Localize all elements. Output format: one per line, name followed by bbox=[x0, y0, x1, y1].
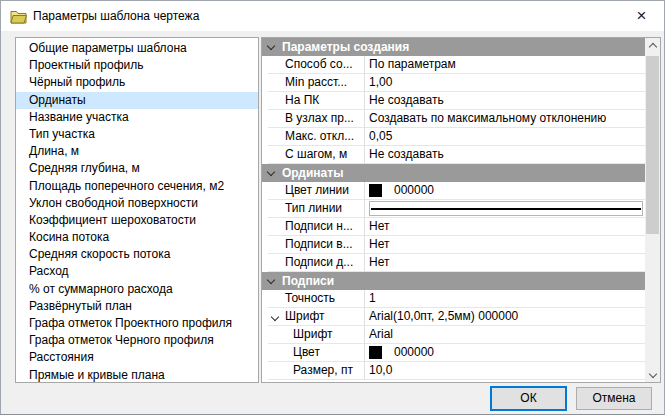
property-label-text: С шагом, м bbox=[285, 147, 347, 161]
property-row: Подписи н...Нет bbox=[262, 218, 645, 236]
property-value-text: 1 bbox=[369, 290, 376, 307]
property-row: Подписи д...Нет bbox=[262, 254, 645, 272]
chevron-down-icon bbox=[267, 42, 275, 50]
property-value-text: Arial(10,0пт, 2,5мм) 000000 bbox=[369, 308, 518, 325]
section-header[interactable]: Ординаты bbox=[262, 164, 645, 182]
property-label-text: Подписи д... bbox=[285, 255, 353, 269]
list-item[interactable]: Прямые и кривые плана bbox=[16, 367, 258, 383]
list-item[interactable]: % от суммарного расхода bbox=[16, 281, 258, 298]
template-list: Общие параметры шаблонаПроектный профиль… bbox=[15, 37, 259, 383]
property-row: Подписи в...Нет bbox=[262, 236, 645, 254]
property-value-text: Не создавать bbox=[369, 92, 444, 109]
list-item[interactable]: Расстояния bbox=[16, 349, 258, 366]
property-label: На ПК bbox=[268, 92, 365, 110]
property-value[interactable]: Нет bbox=[365, 254, 645, 272]
property-value-text: Нет bbox=[369, 254, 389, 271]
property-label: Шрифт bbox=[268, 308, 365, 326]
property-value[interactable]: 0,05 bbox=[365, 128, 645, 146]
linetype-line bbox=[371, 208, 641, 210]
list-item[interactable]: Средняя скорость потока bbox=[16, 246, 258, 263]
property-label-text: Min расст... bbox=[285, 75, 347, 89]
property-label: Цвет линии bbox=[268, 182, 365, 200]
list-item[interactable]: Средняя глубина, м bbox=[16, 160, 258, 177]
property-value[interactable]: Arial bbox=[365, 326, 645, 344]
property-value[interactable]: 1,00 bbox=[365, 74, 645, 92]
title-bar: Параметры шаблона чертежа × bbox=[1, 1, 664, 31]
property-row: Точность1 bbox=[262, 290, 645, 308]
property-label-text: Размер, пт bbox=[293, 363, 353, 377]
property-label-text: На ПК bbox=[285, 93, 319, 107]
section-header[interactable]: Параметры создания bbox=[262, 38, 645, 56]
list-item[interactable]: Коэффициент шероховатости bbox=[16, 212, 258, 229]
list-item[interactable]: Площадь поперечного сечения, м2 bbox=[16, 178, 258, 195]
list-item[interactable]: Расход bbox=[16, 263, 258, 280]
property-label-text: Способ со... bbox=[285, 57, 353, 71]
property-value[interactable]: 10,0 bbox=[365, 362, 645, 380]
property-value-text: 1,00 bbox=[369, 74, 392, 91]
property-row: В узлах пр...Создавать по максимальному … bbox=[262, 110, 645, 128]
property-row: Размер, пт10,0 bbox=[262, 362, 645, 380]
list-item[interactable]: Чёрный профиль bbox=[16, 74, 258, 91]
property-value[interactable]: По параметрам bbox=[365, 56, 645, 74]
property-row: ШрифтArial bbox=[262, 326, 645, 344]
chevron-down-icon bbox=[267, 168, 275, 176]
list-item[interactable]: Ординаты bbox=[16, 92, 258, 109]
property-label: Подписи д... bbox=[268, 254, 365, 272]
property-value-text: Нет bbox=[369, 236, 389, 253]
property-row: Способ со...По параметрам bbox=[262, 56, 645, 74]
property-label: Подписи в... bbox=[268, 236, 365, 254]
property-value-text: Не создавать bbox=[369, 146, 444, 163]
cancel-button[interactable]: Отмена bbox=[576, 387, 652, 410]
property-label-text: Подписи н... bbox=[285, 219, 353, 233]
property-value[interactable]: Нет bbox=[365, 218, 645, 236]
ok-button[interactable]: ОК bbox=[490, 386, 567, 411]
property-label: Подписи н... bbox=[268, 218, 365, 236]
list-item[interactable]: Общие параметры шаблона bbox=[16, 40, 258, 57]
property-label-text: В узлах пр... bbox=[285, 111, 354, 125]
property-label: Точность bbox=[268, 290, 365, 308]
list-item[interactable]: Косина потока bbox=[16, 229, 258, 246]
property-label-text: Подписи в... bbox=[285, 237, 353, 251]
property-value[interactable]: 000000 bbox=[365, 182, 645, 200]
list-item[interactable]: Название участка bbox=[16, 109, 258, 126]
grid-scrollbar[interactable] bbox=[645, 38, 660, 382]
property-value[interactable]: 1 bbox=[365, 290, 645, 308]
property-label-text: Шрифт bbox=[285, 309, 324, 323]
scroll-down-button[interactable] bbox=[645, 365, 660, 382]
property-value-text: Arial bbox=[369, 326, 393, 343]
property-value[interactable]: Не создавать bbox=[365, 146, 645, 164]
list-item[interactable]: Графа отметок Черного профиля bbox=[16, 332, 258, 349]
list-item[interactable]: Графа отметок Проектного профиля bbox=[16, 315, 258, 332]
close-button[interactable]: × bbox=[619, 1, 664, 30]
property-row: На ПКНе создавать bbox=[262, 92, 645, 110]
property-value[interactable]: Не создавать bbox=[365, 92, 645, 110]
property-value[interactable]: 000000 bbox=[365, 344, 645, 362]
list-item[interactable]: Развёрнутый план bbox=[16, 298, 258, 315]
property-label: Шрифт bbox=[268, 326, 365, 344]
property-label: Цвет bbox=[268, 344, 365, 362]
list-item[interactable]: Тип участка bbox=[16, 126, 258, 143]
property-value[interactable] bbox=[365, 200, 645, 218]
section-title: Подписи bbox=[282, 274, 334, 288]
property-label: Min расст... bbox=[268, 74, 365, 92]
property-value[interactable]: Создавать по максимальному отклонению bbox=[365, 110, 645, 128]
property-value-text: 000000 bbox=[394, 182, 434, 199]
list-item[interactable]: Уклон свободной поверхности bbox=[16, 195, 258, 212]
scroll-up-button[interactable] bbox=[645, 38, 660, 55]
list-item[interactable]: Проектный профиль bbox=[16, 57, 258, 74]
folder-icon bbox=[10, 9, 27, 24]
chevron-down-icon bbox=[648, 369, 656, 377]
property-label: Размер, пт bbox=[268, 362, 365, 380]
property-row: С шагом, мНе создавать bbox=[262, 146, 645, 164]
list-item[interactable]: Длина, м bbox=[16, 143, 258, 160]
property-grid-content: Параметры созданияСпособ со...По парамет… bbox=[262, 38, 645, 382]
property-value[interactable]: Arial(10,0пт, 2,5мм) 000000 bbox=[365, 308, 645, 326]
chevron-down-icon[interactable] bbox=[271, 313, 279, 321]
property-label-text: Цвет bbox=[293, 345, 320, 359]
section-header[interactable]: Подписи bbox=[262, 272, 645, 290]
property-value[interactable]: Нет bbox=[365, 236, 645, 254]
property-value-text: Нет bbox=[369, 218, 389, 235]
scrollbar-thumb[interactable] bbox=[646, 56, 659, 234]
property-value-text: 0,05 bbox=[369, 128, 392, 145]
color-swatch bbox=[369, 346, 382, 359]
